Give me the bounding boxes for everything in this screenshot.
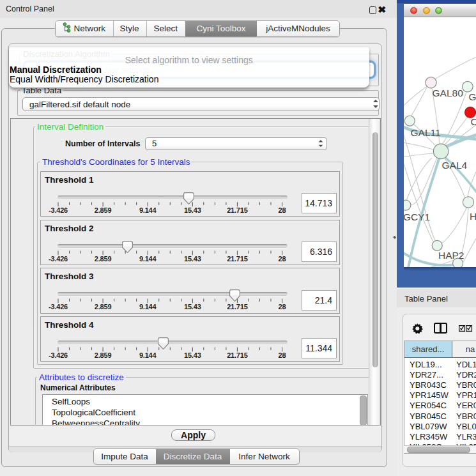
svg-text:GAL4: GAL4 [442,160,468,171]
svg-text:GAL80: GAL80 [433,88,464,98]
svg-text:C: C [471,116,476,127]
svg-text:H: H [470,211,476,222]
svg-text:GCY1: GCY1 [404,211,430,222]
svg-text:HAP2: HAP2 [438,250,464,261]
svg-text:GAL11: GAL11 [411,127,441,138]
svg-text:GA: GA [469,91,476,102]
